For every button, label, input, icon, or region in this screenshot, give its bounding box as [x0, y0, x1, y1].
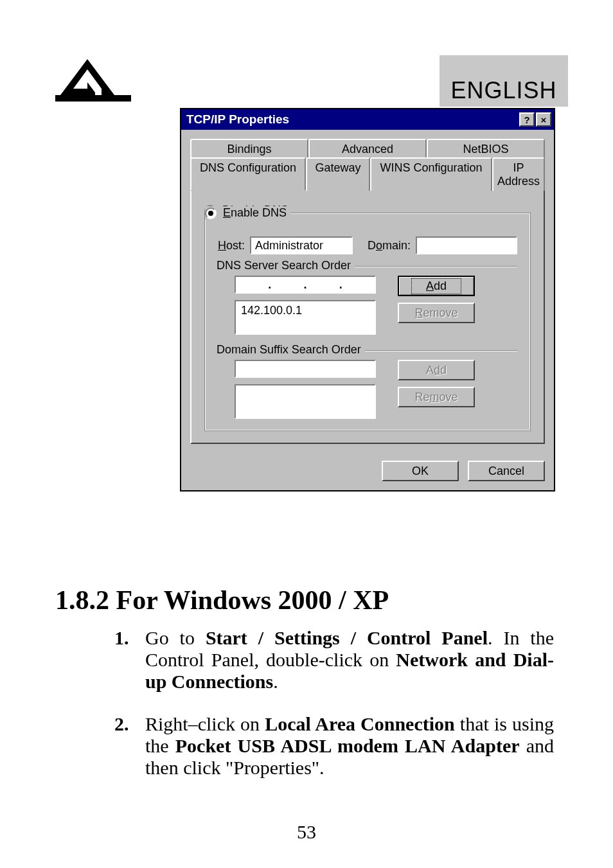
list-item: 2. Right–click on Local Area Connection …	[145, 713, 554, 779]
domain-suffix-section: Domain Suffix Search Order Add Remove	[218, 350, 517, 419]
dialog-titlebar: TCP/IP Properties ? ×	[181, 109, 554, 130]
ok-button[interactable]: OK	[382, 461, 459, 481]
tab-netbios[interactable]: NetBIOS	[427, 139, 545, 159]
domain-input[interactable]	[416, 236, 517, 254]
page-number: 53	[0, 821, 613, 843]
enable-dns-radio[interactable]: Enable DNS	[205, 206, 290, 220]
tab-dns-configuration[interactable]: DNS Configuration	[190, 157, 306, 191]
dns-remove-button[interactable]: Remove	[398, 303, 475, 323]
item-number: 2.	[114, 713, 129, 735]
close-icon: ×	[541, 114, 547, 125]
host-input[interactable]	[250, 236, 353, 254]
dialog-actions: OK Cancel	[181, 453, 554, 490]
radio-icon	[205, 208, 217, 219]
dns-search-order-section: DNS Server Search Order ... 142.100.0.1 …	[218, 266, 517, 335]
tabs-row-back: Bindings Advanced NetBIOS	[190, 139, 545, 159]
help-button[interactable]: ?	[519, 112, 535, 127]
domain-label: Domain:	[368, 239, 411, 252]
section-heading: 1.8.2 For Windows 2000 / XP	[55, 585, 389, 616]
cancel-button[interactable]: Cancel	[468, 461, 545, 481]
close-button[interactable]: ×	[536, 112, 551, 127]
dns-ip-input[interactable]: ...	[235, 276, 376, 294]
tabs-row-front: DNS Configuration Gateway WINS Configura…	[190, 157, 545, 191]
help-icon: ?	[524, 114, 529, 125]
dialog-title: TCP/IP Properties	[184, 112, 289, 127]
suffix-remove-button[interactable]: Remove	[398, 387, 475, 407]
dns-add-button[interactable]: Add	[398, 276, 475, 296]
tab-bindings[interactable]: Bindings	[190, 139, 308, 159]
brand-logo	[55, 55, 132, 107]
tab-gateway[interactable]: Gateway	[306, 157, 370, 191]
item-number: 1.	[114, 627, 129, 649]
domain-suffix-title: Domain Suffix Search Order	[213, 343, 365, 357]
dns-panel: Disable DNS Enable DNS Host: Domain:	[190, 190, 545, 444]
suffix-input[interactable]	[235, 360, 376, 378]
list-item: 1. Go to Start / Settings / Control Pane…	[145, 627, 554, 693]
host-label: Host:	[218, 239, 245, 252]
tcpip-properties-dialog: TCP/IP Properties ? × Bindings Advanced …	[180, 108, 555, 492]
tab-advanced[interactable]: Advanced	[308, 139, 427, 159]
language-header: ENGLISH	[440, 55, 568, 107]
tab-wins-configuration[interactable]: WINS Configuration	[370, 157, 492, 191]
svg-rect-0	[55, 95, 131, 102]
tab-ip-address[interactable]: IP Address	[492, 157, 545, 191]
suffix-list[interactable]	[235, 384, 376, 419]
dns-server-list[interactable]: 142.100.0.1	[235, 300, 376, 335]
suffix-add-button[interactable]: Add	[398, 360, 475, 380]
dns-search-title: DNS Server Search Order	[213, 259, 355, 272]
enable-dns-label: Enable DNS	[223, 206, 287, 220]
language-label: ENGLISH	[450, 77, 556, 104]
enable-dns-group: Enable DNS Host: Domain: DNS Server Sear…	[204, 213, 531, 431]
